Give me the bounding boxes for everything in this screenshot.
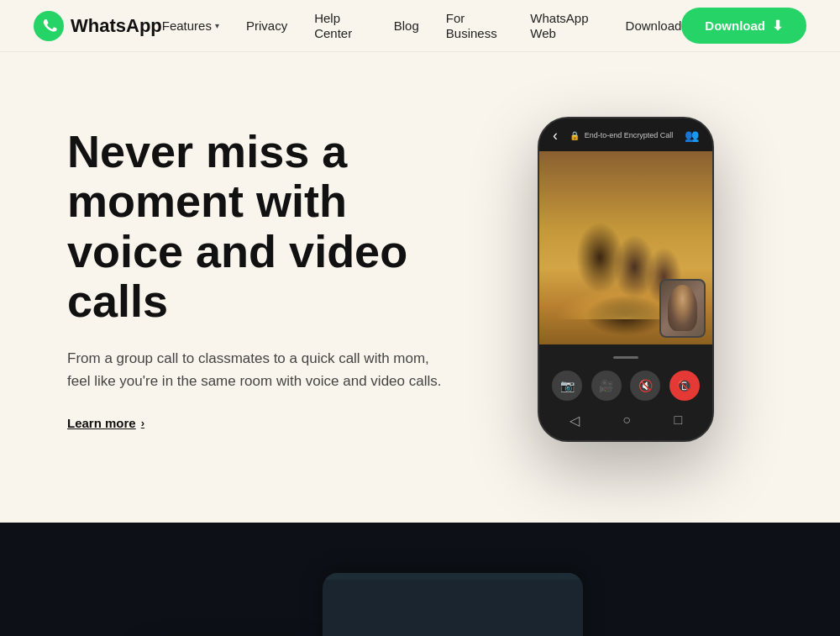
hero-title: Never miss a moment with voice and video…	[67, 127, 454, 327]
nav-links: Features ▾ Privacy Help Center Blog For …	[162, 11, 682, 41]
blog-link[interactable]: Blog	[394, 18, 419, 33]
navbar: WhatsApp Features ▾ Privacy Help Center …	[0, 0, 840, 52]
video-main	[539, 151, 712, 344]
phone-status-bar: ‹ 🔒 End-to-end Encrypted Call 👥	[539, 118, 712, 151]
swipe-indicator	[548, 356, 704, 359]
nav-item-download[interactable]: Download	[626, 18, 682, 34]
learn-more-link[interactable]: Learn more ›	[67, 416, 144, 430]
recents-nav-icon[interactable]: □	[675, 413, 683, 428]
phone-call-info: 🔒 End-to-end Encrypted Call	[570, 131, 674, 140]
phone-video-area	[539, 151, 712, 344]
whatsapp-logo-icon	[34, 11, 64, 41]
camera-button[interactable]: 📷	[552, 371, 582, 401]
mute-button[interactable]: 🔇	[630, 371, 660, 401]
nav-item-help[interactable]: Help Center	[314, 11, 367, 41]
help-center-link[interactable]: Help Center	[314, 11, 352, 40]
download-cta-button[interactable]: Download ⬇	[681, 8, 806, 44]
download-nav-link[interactable]: Download	[626, 18, 682, 33]
chevron-right-icon: ›	[141, 417, 144, 429]
back-nav-icon[interactable]: ◁	[570, 413, 580, 428]
call-buttons-row: 📷 🎥 🔇 📵	[548, 371, 704, 401]
nav-item-whatsapp-web[interactable]: WhatsApp Web	[530, 11, 598, 41]
navbar-cta-area: Download ⬇	[681, 8, 806, 44]
chat-window-body	[323, 580, 583, 600]
nav-item-blog[interactable]: Blog	[394, 18, 419, 34]
chat-window-partial	[323, 573, 583, 636]
for-business-link[interactable]: For Business	[446, 11, 497, 40]
pip-video	[659, 279, 706, 338]
hero-content: Never miss a moment with voice and video…	[67, 127, 454, 431]
nav-buttons-row: ◁ ○ □	[548, 409, 704, 430]
download-icon: ⬇	[772, 18, 783, 34]
chat-window-header	[323, 573, 583, 580]
hero-section: Never miss a moment with voice and video…	[0, 52, 840, 523]
phone-mockup: ‹ 🔒 End-to-end Encrypted Call 👥	[538, 117, 714, 442]
pip-person-silhouette	[668, 285, 697, 331]
chevron-down-icon: ▾	[215, 21, 219, 30]
home-nav-icon[interactable]: ○	[622, 413, 631, 428]
privacy-link[interactable]: Privacy	[246, 18, 287, 33]
lock-icon: 🔒	[570, 131, 580, 140]
nav-item-privacy[interactable]: Privacy	[246, 18, 287, 34]
participants-icon: 👥	[685, 129, 699, 142]
end-call-button[interactable]: 📵	[669, 371, 700, 401]
dark-section: Anika online 📹 📞 ⋮	[0, 523, 840, 636]
whatsapp-web-link[interactable]: WhatsApp Web	[530, 11, 588, 40]
phone-mockup-container: ‹ 🔒 End-to-end Encrypted Call 👥	[538, 117, 722, 442]
phone-controls: 📷 🎥 🔇 📵 ◁ ○ □	[539, 344, 712, 440]
phone-back-button[interactable]: ‹	[553, 127, 558, 145]
nav-item-business[interactable]: For Business	[446, 11, 503, 41]
brand-area: WhatsApp	[34, 11, 162, 41]
nav-item-features[interactable]: Features ▾	[162, 18, 219, 33]
brand-name: WhatsApp	[71, 15, 162, 37]
hero-subtitle: From a group call to classmates to a qui…	[67, 347, 454, 392]
features-link[interactable]: Features ▾	[162, 18, 219, 33]
swipe-bar	[613, 356, 638, 359]
dark-section-inner: Anika online 📹 📞 ⋮	[67, 573, 773, 636]
svg-point-0	[34, 11, 64, 41]
video-off-button[interactable]: 🎥	[591, 371, 622, 401]
